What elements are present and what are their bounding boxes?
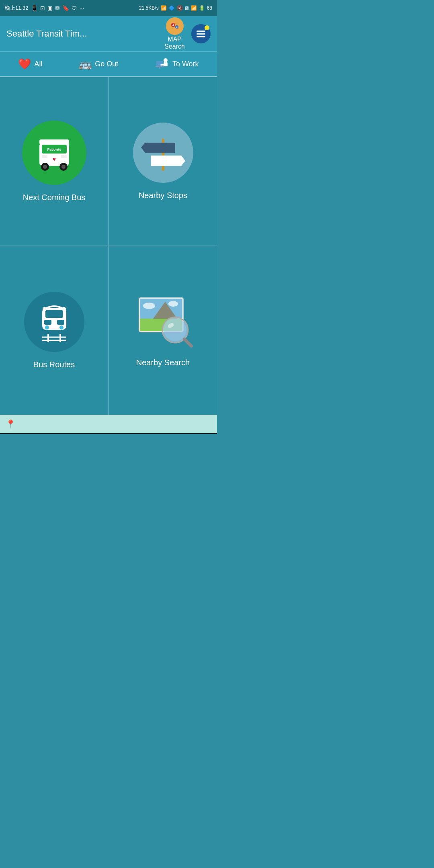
tab-bar: ❤️ All 🚌 Go Out To Work [0,51,217,77]
mute-icon: 🔇 [177,5,183,11]
sim-icon: ▣ [47,5,53,11]
svg-text:B: B [176,26,178,29]
email-icon: ✉ [55,5,60,11]
nav-bar [0,433,217,434]
stops-circle [133,123,193,183]
wifi-icon: 📶 [191,5,197,11]
main-grid: Favorite ♥ Next Coming Bus [0,77,217,415]
app-title: Seattle Transit Tim... [6,29,158,39]
tab-go-out-label: Go Out [95,60,118,68]
status-time: 晚上11:32 [5,4,29,12]
work-emoji-icon [155,56,169,72]
tab-all[interactable]: ❤️ All [18,58,42,70]
svg-rect-15 [42,155,47,158]
svg-point-43 [168,301,178,307]
bus-circle: Favorite ♥ [22,121,86,185]
bookmark-icon: 🔖 [62,5,69,11]
battery-level: 68 [207,5,212,11]
android-icon: 📱 [31,5,38,11]
svg-rect-22 [39,139,69,144]
nearby-stops-cell[interactable]: Nearby Stops [109,77,217,246]
bus-routes-icon [24,292,84,352]
signpost-svg [139,131,187,175]
bus-routes-label: Bus Routes [33,360,75,369]
shield-icon: 🛡 [72,5,77,11]
alarm-icon: ⊠ [185,5,189,11]
svg-point-21 [61,165,66,169]
status-bar: 晚上11:32 📱 ⊡ ▣ ✉ 🔖 🛡 ··· 21.5KB/s 📶 🔷 🔇 ⊠… [0,0,217,16]
battery-icon: 🔋 [199,5,205,11]
svg-marker-25 [151,156,185,166]
bus-svg: Favorite ♥ [32,131,76,175]
svg-point-42 [143,303,155,309]
svg-point-9 [164,58,168,62]
routes-circle [24,292,84,352]
svg-point-45 [164,319,186,341]
location-pin-icon: 📍 [6,419,16,429]
svg-rect-7 [156,66,164,67]
svg-point-31 [59,326,63,330]
heart-icon: ❤️ [18,58,31,70]
notification-dot [205,25,209,30]
tab-all-label: All [34,60,42,68]
svg-marker-24 [141,143,175,153]
menu-button[interactable] [191,24,211,43]
train-svg [34,302,74,342]
status-right-group: 21.5KB/s 📶 🔷 🔇 ⊠ 📶 🔋 68 [139,5,212,11]
svg-point-19 [43,165,47,169]
svg-rect-28 [44,320,51,325]
bus-routes-cell[interactable]: Bus Routes [0,246,108,415]
circle-icon: ⊡ [40,5,45,11]
map-search-line2: Search [164,43,185,50]
next-coming-bus-icon: Favorite ♥ [22,121,86,185]
map-pin-svg: A B [168,19,182,33]
nearby-search-cell[interactable]: Nearby Search [109,246,217,415]
nearby-search-icon [131,294,195,350]
bluetooth-icon: 🔷 [169,5,175,11]
app-header: Seattle Transit Tim... A B MAP Search [0,16,217,51]
next-coming-bus-label: Next Coming Bus [23,193,86,202]
magnifier-container [131,294,195,350]
svg-point-30 [45,326,49,330]
nearby-stops-label: Nearby Stops [139,191,187,200]
network-speed: 21.5KB/s [139,5,159,11]
svg-rect-8 [159,67,160,69]
dots-icon: ··· [80,5,84,11]
svg-rect-27 [45,310,63,318]
map-icon: A B [166,17,184,35]
signal-icon: 📶 [161,5,167,11]
nearby-stops-icon [133,123,193,183]
magnifier-svg [133,296,193,348]
svg-text:A: A [172,24,174,27]
svg-point-37 [62,307,66,311]
svg-point-36 [43,307,47,311]
next-coming-bus-cell[interactable]: Favorite ♥ Next Coming Bus [0,77,108,246]
svg-line-47 [184,339,191,346]
svg-rect-11 [160,64,166,66]
tab-to-work[interactable]: To Work [155,56,199,72]
svg-text:♥: ♥ [52,156,55,162]
bus-emoji-icon: 🚌 [79,58,92,70]
menu-lines-icon [197,31,205,37]
svg-rect-16 [61,155,67,158]
nearby-search-label: Nearby Search [136,358,190,367]
bottom-bar: 📍 [0,415,217,433]
tab-to-work-label: To Work [172,60,199,68]
status-time-group: 晚上11:32 📱 ⊡ ▣ ✉ 🔖 🛡 ··· [5,4,84,12]
svg-text:Favorite: Favorite [47,147,61,151]
tab-go-out[interactable]: 🚌 Go Out [79,58,118,70]
map-search-line1: MAP [168,36,182,43]
map-search-button[interactable]: A B MAP Search [164,17,185,50]
svg-rect-29 [57,320,64,325]
